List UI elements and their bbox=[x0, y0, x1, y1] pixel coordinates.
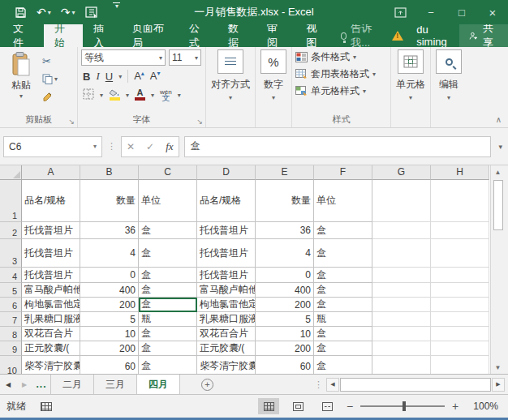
cell-F4[interactable]: 盒 bbox=[314, 268, 372, 283]
phonetic-caret[interactable]: ▾ bbox=[178, 92, 181, 99]
cell-G5[interactable] bbox=[372, 283, 431, 298]
borders-caret[interactable]: ▾ bbox=[100, 92, 103, 99]
bold-button[interactable]: B bbox=[83, 71, 90, 83]
macro-record-icon[interactable] bbox=[41, 402, 52, 411]
cell-H4[interactable] bbox=[431, 268, 489, 283]
cell-F6[interactable]: 盒 bbox=[314, 298, 372, 312]
column-header-F[interactable]: F bbox=[314, 165, 372, 180]
cell-H8[interactable] bbox=[431, 327, 489, 341]
cell-B3[interactable]: 4 bbox=[80, 239, 139, 268]
cell-A8[interactable]: 双花百合片 bbox=[22, 327, 80, 341]
user-name[interactable]: du siming bbox=[408, 24, 459, 48]
cell-B9[interactable]: 200 bbox=[80, 341, 139, 356]
cell-D1[interactable]: 品名/规格 bbox=[197, 180, 256, 222]
redo-caret[interactable]: ▾ bbox=[71, 9, 75, 16]
italic-button[interactable]: I bbox=[96, 70, 99, 83]
cell-D10[interactable]: 柴芩清宁胶囊 bbox=[197, 356, 256, 374]
ribbon-display-options-button[interactable] bbox=[385, 0, 415, 24]
cell-E5[interactable]: 400 bbox=[256, 283, 314, 298]
tab-data[interactable]: 数据 bbox=[217, 24, 256, 47]
zoom-in-button[interactable]: + bbox=[451, 400, 459, 413]
underline-caret[interactable]: ▾ bbox=[118, 73, 122, 80]
cell-G10[interactable] bbox=[372, 356, 431, 374]
font-dialog-launcher[interactable]: ↘ bbox=[196, 118, 203, 126]
cell-B5[interactable]: 400 bbox=[80, 283, 139, 298]
row-header-9[interactable]: 9 bbox=[0, 341, 22, 356]
tab-file[interactable]: 文件 bbox=[0, 24, 44, 47]
tab-review[interactable]: 审阅 bbox=[256, 24, 295, 47]
cell-E7[interactable]: 5 bbox=[256, 312, 314, 327]
cell-E9[interactable]: 200 bbox=[256, 341, 314, 356]
grow-font-button[interactable]: A▴ bbox=[134, 70, 144, 82]
cell-B7[interactable]: 5 bbox=[80, 312, 139, 327]
row-header-10[interactable]: 10 bbox=[0, 356, 22, 374]
cell-G2[interactable] bbox=[372, 222, 431, 239]
tab-view[interactable]: 视图 bbox=[295, 24, 334, 47]
cell-H10[interactable] bbox=[431, 356, 489, 374]
clipboard-dialog-launcher[interactable]: ↘ bbox=[68, 118, 75, 126]
zoom-slider-handle[interactable] bbox=[403, 401, 406, 411]
fill-color-button[interactable] bbox=[109, 89, 120, 101]
cell-A6[interactable]: 枸地氯雷他定片 bbox=[22, 298, 80, 312]
borders-button[interactable] bbox=[83, 88, 94, 102]
zoom-out-button[interactable]: − bbox=[346, 400, 354, 413]
editing-group[interactable]: 编辑 ▾ bbox=[431, 47, 467, 127]
tell-me-box[interactable]: 告诉我... bbox=[334, 21, 387, 50]
paste-caret[interactable]: ▾ bbox=[19, 92, 23, 100]
formula-input[interactable]: 盒 bbox=[184, 136, 492, 157]
collapse-ribbon-button[interactable]: ∧ bbox=[496, 115, 502, 124]
cells-group[interactable]: 单元格 ▾ bbox=[391, 47, 431, 127]
tab-insert[interactable]: 插入 bbox=[83, 24, 122, 47]
confirm-entry-button[interactable]: ✓ bbox=[146, 141, 154, 152]
cell-C1[interactable]: 单位 bbox=[139, 180, 197, 222]
scroll-left-arrow[interactable]: ◀ bbox=[326, 378, 339, 392]
name-box[interactable]: C6▾ bbox=[3, 136, 102, 157]
cell-F1[interactable]: 单位 bbox=[314, 180, 372, 222]
undo-button[interactable]: ↶▾ bbox=[33, 2, 54, 22]
cell-C10[interactable]: 盒 bbox=[139, 356, 197, 374]
more-sheets-button[interactable]: ... bbox=[32, 375, 50, 394]
column-header-B[interactable]: B bbox=[80, 165, 139, 180]
cell-G4[interactable] bbox=[372, 268, 431, 283]
cell-B2[interactable]: 36 bbox=[80, 222, 139, 239]
sheet-tab-february[interactable]: 二月 bbox=[50, 375, 93, 394]
cell-F9[interactable]: 盒 bbox=[314, 341, 372, 356]
redo-button[interactable]: ↷▾ bbox=[58, 2, 79, 22]
cell-C7[interactable]: 瓶 bbox=[139, 312, 197, 327]
cell-B10[interactable]: 60 bbox=[80, 356, 139, 374]
cell-G6[interactable] bbox=[372, 298, 431, 312]
font-size-select[interactable]: 11▾ bbox=[169, 49, 201, 66]
cell-E3[interactable]: 4 bbox=[256, 239, 314, 268]
cell-F10[interactable]: 盒 bbox=[314, 356, 372, 374]
cell-H1[interactable] bbox=[431, 180, 489, 222]
cell-A1[interactable]: 品名/规格 bbox=[22, 180, 80, 222]
sheet-nav-left[interactable]: ◀ bbox=[0, 375, 16, 394]
expand-formula-bar-button[interactable]: ▾ bbox=[496, 143, 505, 151]
cell-E10[interactable]: 60 bbox=[256, 356, 314, 374]
close-button[interactable]: × bbox=[477, 0, 508, 24]
tab-page-layout[interactable]: 页面布局 bbox=[122, 24, 179, 47]
cell-G7[interactable] bbox=[372, 312, 431, 327]
cell-A7[interactable]: 乳果糖口服液 bbox=[22, 312, 80, 327]
cell-G1[interactable] bbox=[372, 180, 431, 222]
insert-function-button[interactable]: fx bbox=[166, 140, 173, 153]
cell-F7[interactable]: 瓶 bbox=[314, 312, 372, 327]
sheet-nav-right[interactable]: ▶ bbox=[16, 375, 32, 394]
cell-A4[interactable]: 托伐普坦片 bbox=[22, 268, 80, 283]
cell-E2[interactable]: 36 bbox=[256, 222, 314, 239]
sheet-tab-march[interactable]: 三月 bbox=[93, 375, 136, 394]
maximize-button[interactable]: □ bbox=[446, 0, 477, 24]
cell-D7[interactable]: 乳果糖口服液 bbox=[197, 312, 256, 327]
cell-D2[interactable]: 托伐普坦片 bbox=[197, 222, 256, 239]
cell-A10[interactable]: 柴芩清宁胶囊 bbox=[22, 356, 80, 374]
cell-B1[interactable]: 数量 bbox=[80, 180, 139, 222]
cell-G3[interactable] bbox=[372, 239, 431, 268]
cell-C5[interactable]: 盒 bbox=[139, 283, 197, 298]
row-header-2[interactable]: 2 bbox=[0, 222, 22, 239]
new-sheet-button[interactable]: + bbox=[201, 379, 213, 391]
cell-C4[interactable]: 盒 bbox=[139, 268, 197, 283]
cell-G9[interactable] bbox=[372, 341, 431, 356]
paste-button[interactable]: 粘贴 ▾ bbox=[3, 49, 39, 114]
cell-E6[interactable]: 200 bbox=[256, 298, 314, 312]
horizontal-scroll-thumb[interactable] bbox=[340, 378, 491, 392]
